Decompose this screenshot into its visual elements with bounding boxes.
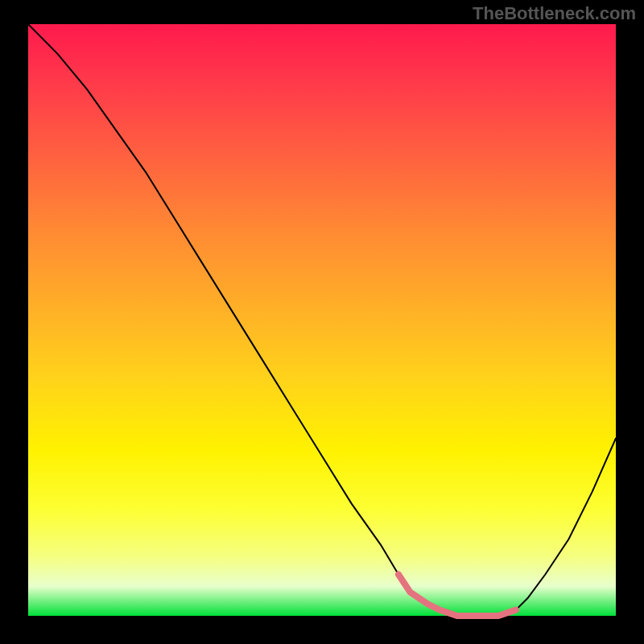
optimal-range-line [398,575,516,617]
plot-background [28,24,616,616]
watermark-text: TheBottleneck.com [473,3,636,24]
chart-container: TheBottleneck.com [0,0,644,644]
bottleneck-curve-line [28,24,616,616]
curve-svg [28,24,616,616]
